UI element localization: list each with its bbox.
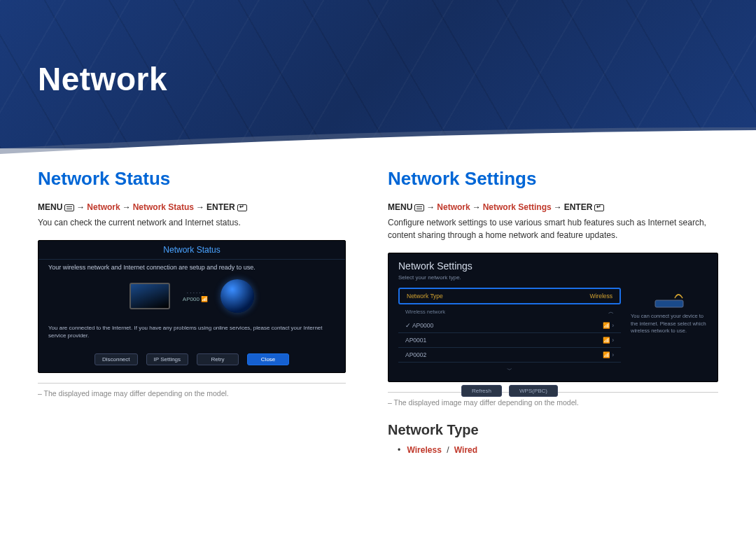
close-button[interactable]: Close bbox=[247, 353, 289, 365]
ss-connected-text: You are connected to the Internet. If yo… bbox=[38, 318, 345, 345]
settings-description: Configure network settings to use variou… bbox=[388, 216, 718, 241]
crumb-arrow: → bbox=[426, 202, 435, 212]
network-type-row[interactable]: Network Type Wireless bbox=[398, 288, 621, 304]
ss2-sub: Select your network type. bbox=[398, 274, 708, 281]
crumb-arrow: → bbox=[472, 202, 481, 212]
crumb-network: Network bbox=[437, 202, 470, 212]
status-description: You can check the current network and In… bbox=[38, 216, 346, 229]
wifi-row-2[interactable]: AP0002 📶 › bbox=[398, 348, 621, 363]
network-settings-section: Network Settings MENU → Network → Networ… bbox=[388, 168, 718, 455]
crumb-network-status: Network Status bbox=[133, 202, 194, 212]
crumb-arrow: → bbox=[76, 202, 85, 212]
chevron-right-icon: › bbox=[612, 351, 614, 358]
ip-settings-button[interactable]: IP Settings bbox=[146, 353, 189, 365]
ss2-side-text: You can connect your device to the inter… bbox=[631, 313, 706, 334]
settings-note: – The displayed image may differ dependi… bbox=[388, 398, 718, 407]
crumb-network-settings: Network Settings bbox=[483, 202, 552, 212]
wifi-icon: 📶 bbox=[603, 351, 610, 358]
ss2-buttons: Refresh WPS(PBC) bbox=[398, 385, 621, 397]
network-status-section: Network Status MENU → Network → Network … bbox=[38, 168, 346, 455]
wireless-header: Wireless network ︿ bbox=[398, 304, 621, 318]
connection-dots: · · · · · · AP000 📶 bbox=[183, 290, 208, 303]
svg-rect-0 bbox=[655, 300, 683, 307]
crumb-menu-label: MENU bbox=[388, 202, 412, 212]
wifi-name: AP0002 bbox=[405, 351, 426, 358]
crumb-enter-label: ENTER bbox=[564, 202, 593, 212]
option-wired: Wired bbox=[454, 445, 477, 455]
crumb-enter-label: ENTER bbox=[206, 202, 235, 212]
retry-button[interactable]: Retry bbox=[197, 353, 239, 365]
status-note: – The displayed image may differ dependi… bbox=[38, 389, 346, 398]
network-type-heading: Network Type bbox=[388, 422, 718, 438]
wifi-icon: 📶 bbox=[603, 337, 610, 344]
crumb-network: Network bbox=[87, 202, 120, 212]
enter-icon bbox=[594, 204, 604, 211]
type-value: Wireless bbox=[589, 293, 612, 300]
refresh-button[interactable]: Refresh bbox=[461, 385, 502, 397]
ss2-body: Network Type Wireless Wireless network ︿… bbox=[398, 288, 708, 397]
divider bbox=[38, 383, 346, 384]
chevron-right-icon: › bbox=[612, 322, 614, 329]
ss-diagram: · · · · · · AP000 📶 bbox=[38, 275, 345, 318]
wifi-row-0[interactable]: ✓ AP0000 📶 › bbox=[398, 318, 621, 333]
wireless-label: Wireless network bbox=[405, 309, 445, 316]
option-separator: / bbox=[447, 445, 449, 455]
globe-icon bbox=[220, 279, 254, 313]
wifi-icon: 📶 bbox=[603, 322, 610, 329]
wifi-row-1[interactable]: AP0001 📶 › bbox=[398, 333, 621, 348]
type-label: Network Type bbox=[407, 293, 443, 300]
list-more[interactable]: ﹀ bbox=[398, 363, 621, 377]
wps-button[interactable]: WPS(PBC) bbox=[509, 385, 558, 397]
network-type-subsection: Network Type • Wireless / Wired bbox=[388, 422, 718, 455]
ap-name: AP000 bbox=[183, 296, 200, 302]
menu-icon bbox=[64, 204, 74, 211]
crumb-menu-label: MENU bbox=[38, 202, 62, 212]
menu-icon bbox=[414, 204, 424, 211]
monitor-icon bbox=[130, 283, 170, 309]
wifi-name: AP0000 bbox=[412, 322, 433, 329]
status-screenshot: Network Status Your wireless network and… bbox=[38, 240, 346, 373]
option-wireless: Wireless bbox=[407, 445, 442, 455]
settings-screenshot: Network Settings Select your network typ… bbox=[388, 253, 718, 382]
chevron-down-icon: ﹀ bbox=[507, 367, 512, 374]
page-content: Network Status MENU → Network → Network … bbox=[0, 148, 756, 455]
disconnect-button[interactable]: Disconnect bbox=[94, 353, 138, 365]
crumb-arrow: → bbox=[196, 202, 204, 212]
section-heading-settings: Network Settings bbox=[388, 168, 718, 190]
bullet-dot: • bbox=[398, 445, 400, 455]
ss2-title: Network Settings bbox=[398, 260, 708, 272]
network-type-options: • Wireless / Wired bbox=[388, 445, 718, 455]
chapter-title: Network bbox=[38, 60, 167, 98]
ss-ready-text: Your wireless network and Internet conne… bbox=[38, 260, 345, 275]
chevron-up-icon[interactable]: ︿ bbox=[608, 309, 614, 316]
crumb-arrow: → bbox=[122, 202, 131, 212]
enter-icon bbox=[237, 204, 247, 211]
wifi-name: AP0001 bbox=[405, 337, 426, 344]
chapter-banner: Network bbox=[0, 0, 756, 148]
ss2-sidebar: You can connect your device to the inter… bbox=[631, 288, 708, 397]
ss-buttons: Disconnect IP Settings Retry Close bbox=[38, 353, 345, 365]
section-heading-status: Network Status bbox=[38, 168, 346, 190]
chevron-right-icon: › bbox=[612, 337, 614, 344]
ss2-list: Network Type Wireless Wireless network ︿… bbox=[398, 288, 621, 397]
ss-title: Network Status bbox=[38, 241, 345, 260]
crumb-arrow: → bbox=[554, 202, 562, 212]
breadcrumb-settings: MENU → Network → Network Settings → ENTE… bbox=[388, 202, 718, 212]
breadcrumb-status: MENU → Network → Network Status → ENTER bbox=[38, 202, 346, 212]
router-icon bbox=[652, 288, 687, 309]
